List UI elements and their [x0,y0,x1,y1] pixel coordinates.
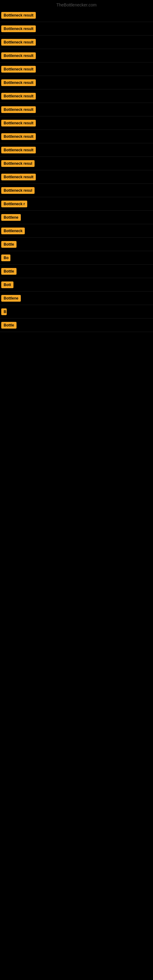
row-content: Bottleneck result [1,133,152,140]
bottleneck-result-badge[interactable]: Bottleneck result [1,133,36,140]
table-row[interactable]: Bottleneck result [0,170,153,184]
table-row[interactable]: Bottleneck result [0,116,153,130]
site-header: TheBottlenecker.com [0,0,153,9]
site-title: TheBottlenecker.com [0,0,153,9]
row-content: Bottleneck result [1,106,152,113]
bottleneck-result-badge[interactable]: Bottleneck result [1,66,36,73]
rows-container: Bottleneck resultBottleneck resultBottle… [0,9,153,332]
bottleneck-result-badge[interactable]: Bottleneck [1,228,25,234]
table-row[interactable]: Bottleneck r [0,197,153,211]
table-row[interactable]: Bott [0,278,153,291]
bottleneck-result-badge[interactable]: Bottleneck result [1,25,36,32]
row-content: Bottleneck result [1,79,152,86]
row-content: Bottleneck result [1,173,152,180]
table-row[interactable]: Bottleneck result [0,103,153,116]
table-row[interactable]: Bottleneck result [0,35,153,49]
table-row[interactable]: Bottleneck result [0,49,153,62]
row-content: Bottleneck result [1,52,152,59]
row-content: Bottleneck r [1,200,152,207]
row-content: Bottleneck result [1,25,152,32]
table-row[interactable]: B [0,305,153,318]
row-content: Bottlene [1,214,152,221]
bottleneck-result-badge[interactable]: Bottleneck result [1,52,36,59]
row-content: Bottleneck resul [1,160,152,167]
bottleneck-result-badge[interactable]: B [1,309,7,315]
row-content: Bott [1,282,152,288]
row-content: Bo [1,255,152,261]
table-row[interactable]: Bottle [0,238,153,251]
table-row[interactable]: Bo [0,251,153,265]
bottleneck-result-badge[interactable]: Bottleneck result [1,147,36,153]
table-row[interactable]: Bottleneck resul [0,157,153,170]
row-content: Bottle [1,241,152,248]
row-content: Bottleneck result [1,66,152,73]
table-row[interactable]: Bottleneck resul [0,184,153,197]
row-content: Bottleneck resul [1,187,152,194]
bottleneck-result-badge[interactable]: Bottleneck result [1,93,36,100]
bottleneck-result-badge[interactable]: Bott [1,282,13,288]
row-content: Bottle [1,268,152,275]
bottleneck-result-badge[interactable]: Bottleneck result [1,12,36,19]
bottleneck-result-badge[interactable]: Bottle [1,322,16,329]
row-content: Bottleneck result [1,120,152,126]
bottleneck-result-badge[interactable]: Bottleneck r [1,200,27,207]
bottleneck-result-badge[interactable]: Bottle [1,268,16,275]
table-row[interactable]: Bottle [0,318,153,332]
bottleneck-result-badge[interactable]: Bottleneck resul [1,187,35,194]
row-content: Bottleneck result [1,39,152,46]
row-content: Bottlene [1,295,152,302]
bottleneck-result-badge[interactable]: Bottleneck result [1,39,36,46]
table-row[interactable]: Bottleneck result [0,22,153,35]
table-row[interactable]: Bottle [0,265,153,278]
bottleneck-result-badge[interactable]: Bottle [1,241,16,248]
row-content: Bottle [1,322,152,329]
bottleneck-result-badge[interactable]: Bottleneck result [1,79,36,86]
row-content: Bottleneck result [1,12,152,19]
table-row[interactable]: Bottleneck result [0,143,153,157]
table-row[interactable]: Bottleneck result [0,9,153,22]
bottleneck-result-badge[interactable]: Bottlene [1,295,21,302]
bottleneck-result-badge[interactable]: Bo [1,255,10,261]
table-row[interactable]: Bottleneck [0,224,153,238]
bottleneck-result-badge[interactable]: Bottleneck result [1,106,36,113]
table-row[interactable]: Bottleneck result [0,130,153,143]
bottleneck-result-badge[interactable]: Bottleneck result [1,120,36,126]
table-row[interactable]: Bottleneck result [0,89,153,103]
row-content: Bottleneck result [1,147,152,153]
table-row[interactable]: Bottleneck result [0,62,153,76]
table-row[interactable]: Bottleneck result [0,76,153,89]
table-row[interactable]: Bottlene [0,291,153,305]
bottleneck-result-badge[interactable]: Bottleneck result [1,173,36,180]
bottleneck-result-badge[interactable]: Bottleneck resul [1,160,35,167]
row-content: B [1,309,152,315]
row-content: Bottleneck [1,228,152,234]
row-content: Bottleneck result [1,93,152,100]
table-row[interactable]: Bottlene [0,211,153,224]
bottleneck-result-badge[interactable]: Bottlene [1,214,21,221]
